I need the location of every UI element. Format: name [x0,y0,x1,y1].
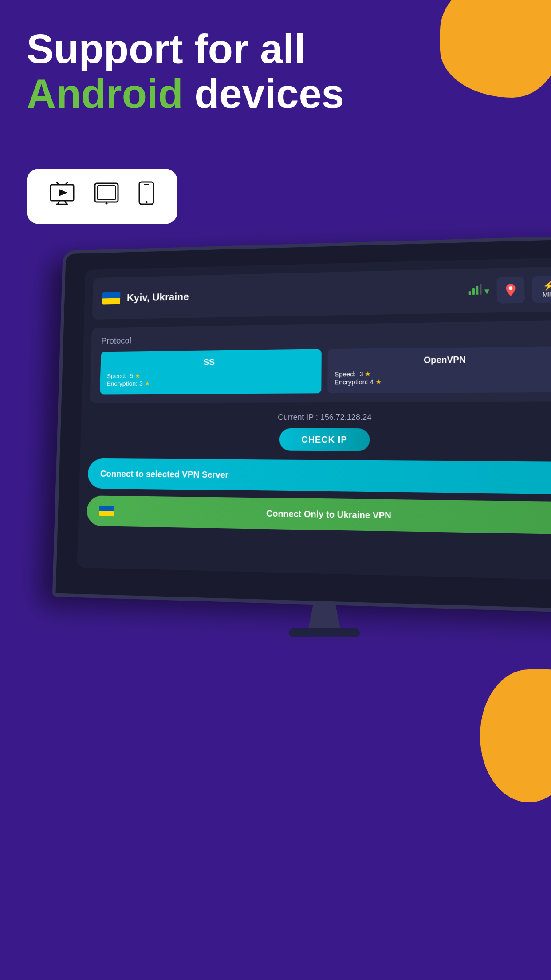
svg-rect-14 [472,288,475,295]
star-icon-3: ★ [365,370,371,378]
check-ip-button[interactable]: CHECK IP [279,428,370,451]
protocol-section: Protocol SS Speed: 5 ★ Encryption: 3 ★ O… [90,320,551,403]
connect-buttons: Connect to selected VPN Server ▶ Connect… [87,458,551,535]
vpn-app: Kyiv, Ukraine ▾ [77,257,551,581]
svg-point-11 [146,201,148,203]
decoration-blob-bottom [480,669,551,802]
flag-top [102,292,121,299]
star-icon: ★ [135,372,140,379]
protocol-ovpn-name: OpenVPN [335,354,551,366]
location-pin-btn[interactable] [496,276,525,304]
tv-container: Kyiv, Ukraine ▾ [44,240,551,637]
connect-ukraine-button[interactable]: Connect Only to Ukraine VPN ▶ [87,495,551,534]
svg-rect-15 [476,286,478,295]
connect-ukraine-label: Connect Only to Ukraine VPN [121,506,551,523]
tv-frame: Kyiv, Ukraine ▾ [52,235,551,614]
tv-stand [307,602,342,628]
device-icons-container [27,169,177,224]
location-name: Kyiv, Ukraine [127,285,462,304]
page-title: Support for all Android devices [27,27,344,116]
title-android: Android [27,71,183,116]
tv-base [289,628,360,637]
star-icon-2: ★ [144,379,150,387]
connect-vpn-label: Connect to selected VPN Server [100,469,551,483]
svg-marker-6 [59,189,67,196]
title-line1: Support for all [27,26,306,71]
mini-ukraine-flag [99,506,114,516]
location-bar: Kyiv, Ukraine ▾ [92,266,551,320]
title-devices: devices [183,71,344,116]
phone-icon [138,181,155,212]
protocol-ss-stats: Speed: 5 ★ Encryption: 3 ★ [106,371,314,387]
mini-flag-top [99,506,114,511]
protocol-ss-card[interactable]: SS Speed: 5 ★ Encryption: 3 ★ [100,349,322,394]
current-ip-label: Current IP : 156.72.128.24 [89,412,551,422]
svg-rect-16 [480,284,481,295]
star-icon-4: ★ [375,378,381,386]
svg-rect-8 [98,186,115,200]
svg-rect-13 [468,291,471,295]
ukraine-flag [102,292,120,305]
ip-section: Current IP : 156.72.128.24 CHECK IP [89,412,551,452]
protocol-ovpn-stats: Speed: 3 ★ Encryption: 4 ★ [335,368,551,386]
flag-bottom [102,298,120,305]
speed-btn[interactable]: ⚡ MIN [532,275,551,303]
bolt-icon: ⚡ [543,280,551,291]
tablet-icon [93,181,120,212]
svg-rect-7 [95,183,118,202]
tv-icon [49,181,75,212]
speed-label: MIN [543,291,551,298]
header-section: Support for all Android devices [27,27,344,116]
protocol-ss-name: SS [107,356,315,368]
protocol-openvpn-card[interactable]: OpenVPN Speed: 3 ★ Encryption: 4 ★ [327,346,551,393]
protocol-options: SS Speed: 5 ★ Encryption: 3 ★ OpenVPN Sp… [100,346,551,395]
signal-icon: ▾ [468,284,489,297]
mini-flag-bottom [99,511,114,516]
connect-vpn-button[interactable]: Connect to selected VPN Server ▶ [87,458,551,494]
protocol-label: Protocol [101,329,551,346]
svg-point-9 [106,202,108,205]
decoration-blob-top [440,0,551,98]
